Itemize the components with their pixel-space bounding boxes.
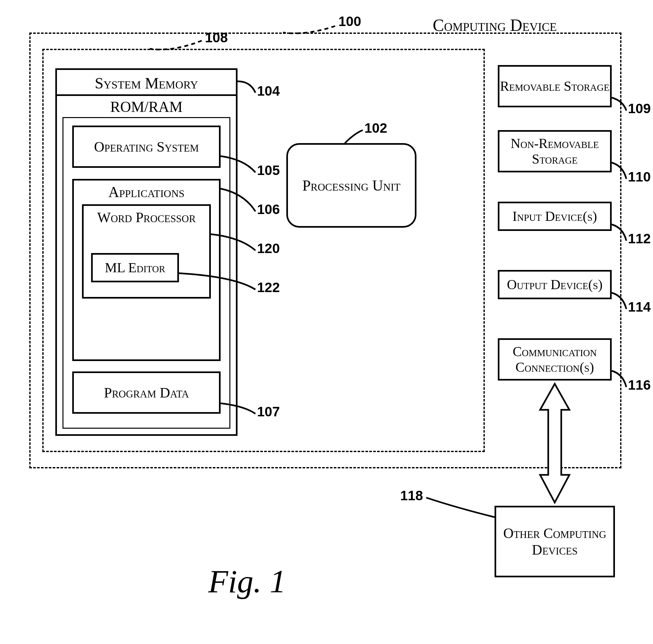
ref-110: 110 bbox=[628, 169, 651, 185]
other-devices-label: Other Computing Devices bbox=[496, 525, 613, 558]
ref-105: 105 bbox=[257, 163, 280, 178]
output-devices-box: Output Device(s) bbox=[498, 270, 612, 299]
input-devices-label: Input Device(s) bbox=[512, 208, 597, 224]
computing-device-title: Computing Device bbox=[433, 16, 557, 35]
non-removable-storage-label: Non-Removable Storage bbox=[500, 135, 610, 167]
removable-storage-label: Removable Storage bbox=[500, 78, 609, 94]
rom-ram-label: ROM/RAM bbox=[55, 98, 238, 116]
processing-unit-label: Processing Unit bbox=[302, 177, 400, 194]
program-data-label: Program Data bbox=[104, 385, 189, 401]
other-devices-box: Other Computing Devices bbox=[494, 506, 615, 577]
operating-system-label: Operating System bbox=[94, 139, 199, 155]
output-devices-label: Output Device(s) bbox=[507, 277, 603, 292]
processing-unit-box: Processing Unit bbox=[286, 143, 416, 228]
system-memory-divider bbox=[55, 94, 238, 96]
ref-104: 104 bbox=[257, 83, 280, 99]
ref-108: 108 bbox=[205, 30, 228, 46]
non-removable-storage-box: Non-Removable Storage bbox=[498, 130, 612, 172]
diagram-canvas: Computing Device System Memory ROM/RAM O… bbox=[0, 0, 653, 644]
ml-editor-label: ML Editor bbox=[105, 260, 165, 275]
input-devices-box: Input Device(s) bbox=[498, 202, 612, 231]
communication-label: Communication Connection(s) bbox=[500, 344, 610, 375]
ref-100: 100 bbox=[338, 14, 361, 29]
system-memory-title: System Memory bbox=[55, 74, 238, 92]
ref-102: 102 bbox=[364, 120, 387, 136]
word-processor-label: Word Processor bbox=[82, 209, 211, 226]
ref-118: 118 bbox=[400, 488, 423, 503]
applications-label: Applications bbox=[72, 183, 221, 201]
ref-106: 106 bbox=[257, 202, 280, 217]
communication-box: Communication Connection(s) bbox=[498, 338, 612, 380]
ref-116: 116 bbox=[628, 377, 651, 393]
ref-112: 112 bbox=[628, 231, 651, 247]
figure-caption: Fig. 1 bbox=[208, 563, 286, 600]
program-data-box: Program Data bbox=[72, 371, 221, 414]
ref-122: 122 bbox=[257, 280, 280, 295]
removable-storage-box: Removable Storage bbox=[498, 65, 612, 107]
operating-system-box: Operating System bbox=[72, 126, 221, 168]
ref-109: 109 bbox=[628, 101, 651, 117]
ref-107: 107 bbox=[257, 404, 280, 420]
ref-120: 120 bbox=[257, 241, 280, 256]
ml-editor-box: ML Editor bbox=[91, 253, 179, 282]
ref-114: 114 bbox=[628, 299, 651, 315]
